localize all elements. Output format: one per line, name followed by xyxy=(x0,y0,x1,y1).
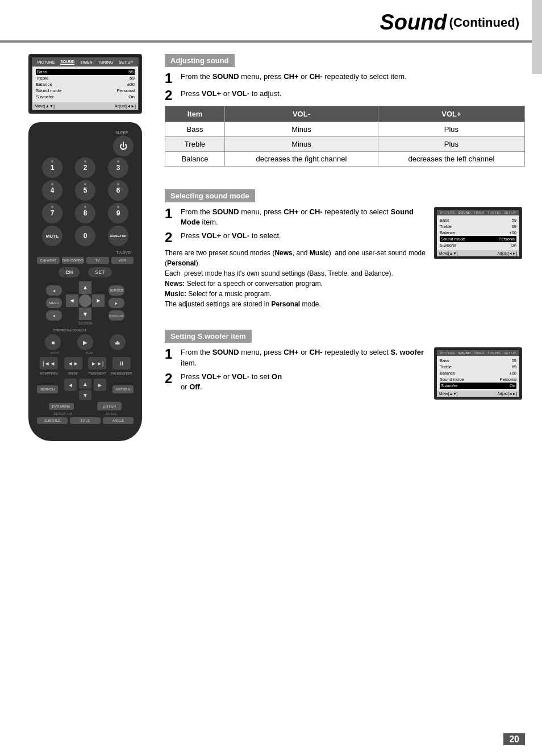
nav-left-up[interactable]: ◄ xyxy=(46,285,62,296)
screen-tab-picture: PICTURE xyxy=(37,60,55,64)
screen-small-footer2: Move[▲▼] Adjust[◄►] xyxy=(437,391,519,397)
title-button[interactable]: TITLE xyxy=(70,417,101,424)
sound-step2-num: 2 xyxy=(165,231,176,244)
bottom-row: SUBTITLE TITLE ANGLE xyxy=(37,417,134,424)
fwd-next-label: FWD/NEXT xyxy=(86,372,109,375)
num-5-button[interactable]: 5 xyxy=(75,180,95,201)
nav-right[interactable]: ► xyxy=(92,294,105,307)
step2-num: 2 xyxy=(165,89,176,102)
screen-small-topbar2: PICTURE SOUND TIMER TUNING SET UP xyxy=(437,350,519,356)
nav-left-down[interactable]: ◄ xyxy=(46,310,62,321)
vcr-button[interactable]: VCR xyxy=(111,257,134,264)
dsp-osd-button[interactable]: DSP/OSD xyxy=(109,285,124,296)
ch-button[interactable]: CH xyxy=(59,267,80,277)
page-header: Sound (Continued) xyxy=(0,0,542,43)
num-9-button[interactable]: 9 xyxy=(108,203,128,223)
nav-center[interactable] xyxy=(79,294,91,307)
fwd-next-button[interactable]: ►►| xyxy=(88,357,106,369)
open-close-button[interactable]: OPEN/CLOSE xyxy=(109,310,124,321)
screen-row-balance: Balance±00 xyxy=(36,81,135,88)
sound-mode-step1: 1 From the SOUND menu, press CH+ or CH- … xyxy=(165,207,426,227)
transport-row: |◄◄ ◄► ►►| ⏸ xyxy=(37,357,134,369)
stop-button[interactable]: ■ xyxy=(45,334,61,350)
num-7-button[interactable]: 7 xyxy=(42,203,62,223)
tvdvd-label: TV/DVD xyxy=(116,251,131,255)
sm2-row-soundmode: Sound modePersonal xyxy=(440,376,516,383)
search-button[interactable]: SEARCH xyxy=(37,385,58,393)
subtitle-button[interactable]: SUBTITLE xyxy=(37,417,68,424)
screen-content-top: Bass59 Treble69 Balance±00 Sound modePer… xyxy=(32,67,138,102)
screen-footer-top: Move[▲▼] Adjust[◄►] xyxy=(32,102,138,110)
screen-tab-sound: SOUND xyxy=(60,60,74,65)
col-item: Item xyxy=(165,106,225,122)
nav-right-btns: DSP/OSD ► OPEN/CLOSE xyxy=(109,285,124,321)
return-button[interactable]: RETURN xyxy=(112,385,134,393)
sm2-row-swoofer: S.wooferOn xyxy=(440,383,516,389)
sound-step2-text: Press VOL+ or VOL- to select. xyxy=(181,231,281,244)
menu-button[interactable]: MENU xyxy=(46,298,62,308)
num-6-button[interactable]: 6 xyxy=(108,180,128,201)
set-button[interactable]: SET xyxy=(88,267,112,277)
screen-row-treble: Treble69 xyxy=(36,75,135,81)
swoofer-step2-text: Press VOL+ or VOL- to set Onor Off. xyxy=(181,372,282,392)
nav-right-mid[interactable]: ► xyxy=(109,298,124,308)
screen-top-bar: PICTURE SOUND TIMER TUNING SET UP xyxy=(32,58,138,67)
pause-step-button[interactable]: ⏸ xyxy=(112,357,131,369)
stereo-label: STEREO/AUDIO&CH xyxy=(53,329,86,332)
pause-step-label: PAUSE/STEP xyxy=(110,372,133,375)
enter-button[interactable]: ENTER xyxy=(97,402,122,410)
adjustment-table: Item VOL- VOL+ Bass Minus Plus Treble Mi… xyxy=(165,106,525,167)
rew-prev-button[interactable]: |◄◄ xyxy=(40,357,58,369)
tv-button[interactable]: TV xyxy=(86,257,109,264)
play-button[interactable]: ▶ xyxy=(77,334,93,350)
screen-small-sound-mode: PICTURE SOUND TIMER TUNING SET UP Bass59 xyxy=(434,207,522,259)
mute-button[interactable]: MUTE xyxy=(42,226,62,246)
step1-num: 1 xyxy=(165,72,176,85)
sound-mode-left: 1 From the SOUND menu, press CH+ or CH- … xyxy=(165,207,426,313)
nav-up2[interactable]: ▲ xyxy=(79,379,91,389)
sm-row-bass: Bass59 xyxy=(440,217,516,223)
swoofer-step1-text: From the SOUND menu, press CH+ or CH- re… xyxy=(181,347,426,368)
num-2-button[interactable]: 2 xyxy=(75,157,95,178)
table-row-bass: Bass Minus Plus xyxy=(165,122,525,137)
dvd-menu-button[interactable]: DVD MENU xyxy=(49,403,74,410)
stop-label: STOP xyxy=(51,351,59,355)
swoofer-left: 1 From the SOUND menu, press CH+ or CH- … xyxy=(165,347,426,396)
dvd-combo-button[interactable]: DVD COMBO xyxy=(62,257,85,264)
sm2-row-treble: Treble69 xyxy=(440,364,516,370)
transport-labels: REW/PREV SR/SF FWD/NEXT PAUSE/STEP xyxy=(37,372,134,375)
right-column: Adjusting sound 1 From the SOUND menu, p… xyxy=(165,54,525,441)
rew-prev-label: REW/PREV xyxy=(37,372,60,375)
page-number-area: 20 xyxy=(503,734,525,745)
screen-tab-tuning: TUNING xyxy=(98,60,113,64)
sr-sf-button[interactable]: ◄► xyxy=(64,357,82,369)
swoofer-step1-num: 1 xyxy=(165,347,176,368)
swoofer-step2-num: 2 xyxy=(165,372,176,392)
sm2-row-bass: Bass59 xyxy=(440,358,516,364)
sound-step1-text: From the SOUND menu, press CH+ or CH- re… xyxy=(181,207,426,227)
sm-row-treble: Treble69 xyxy=(440,223,516,230)
step2-text: Press VOL+ or VOL- to adjust. xyxy=(181,89,281,102)
nav-down[interactable]: ▼ xyxy=(79,308,91,320)
nav-down2[interactable]: ▼ xyxy=(79,390,91,400)
num-0-button[interactable]: 0 xyxy=(75,226,95,246)
sr-sf-label: SR/SF xyxy=(62,372,85,375)
num-3-button[interactable]: 3 xyxy=(108,157,128,178)
nav-left2[interactable]: ◄ xyxy=(64,379,77,391)
ss-zoom-label: S/S-ZOOM xyxy=(78,322,93,325)
adjusting-step2: 2 Press VOL+ or VOL- to adjust. xyxy=(165,89,525,102)
screen-mockup-top: PICTURE SOUND TIMER TUNING SET UP Bass59… xyxy=(28,54,142,114)
nav-up[interactable]: ▲ xyxy=(79,281,91,294)
num-4-button[interactable]: 4 xyxy=(42,180,62,201)
source-row: Cable/SAT DVD COMBO TV VCR xyxy=(37,257,134,264)
power-button[interactable]: ⏻ xyxy=(113,136,134,156)
num-1-button[interactable]: 1 xyxy=(42,157,62,178)
eject-button[interactable]: ⏏ xyxy=(110,334,126,350)
angle-button[interactable]: ANGLE xyxy=(103,417,134,424)
av-setup-button[interactable]: AV/SETUP xyxy=(108,226,128,246)
cable-sat-button[interactable]: Cable/SAT xyxy=(37,257,60,264)
adjusting-sound-section: Adjusting sound 1 From the SOUND menu, p… xyxy=(165,54,525,172)
nav-left[interactable]: ◄ xyxy=(66,294,78,307)
nav-right2[interactable]: ► xyxy=(94,379,106,391)
num-8-button[interactable]: 8 xyxy=(75,203,95,223)
